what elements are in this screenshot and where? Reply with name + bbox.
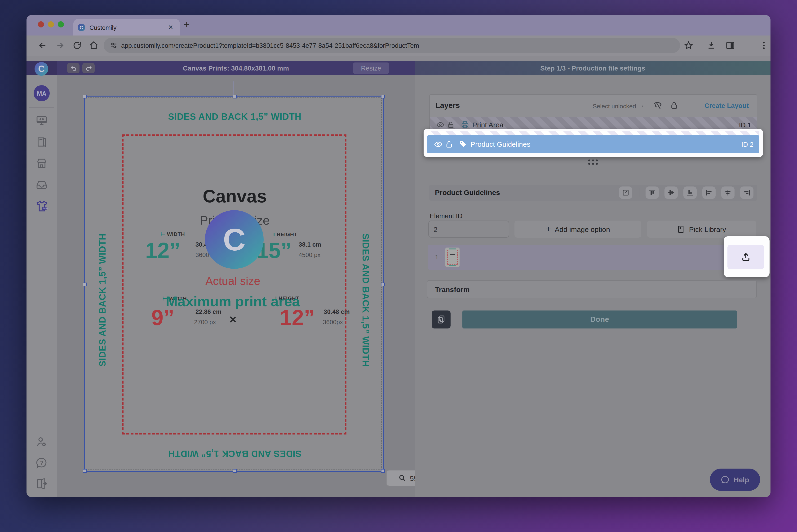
layer-name: Product Guidelines [471, 140, 531, 148]
create-layout-link[interactable]: Create Layout [704, 102, 749, 109]
browser-tab[interactable]: C Customily ✕ [73, 19, 180, 36]
tab-strip: C Customily ✕ + [26, 15, 771, 36]
upload-image-button[interactable] [727, 245, 764, 269]
selection-handle[interactable] [381, 469, 385, 473]
close-window-light[interactable] [38, 21, 44, 27]
help-label: Help [734, 476, 749, 484]
tab-title: Customily [90, 24, 116, 31]
selection-handle[interactable] [83, 283, 87, 286]
zoom-control[interactable]: 55% [386, 470, 415, 486]
minimize-window-light[interactable] [48, 21, 54, 27]
times-glyph: × [229, 312, 236, 327]
address-bar[interactable]: app.customily.com/createProduct1?templat… [103, 38, 680, 53]
printer-icon [461, 121, 469, 129]
align-middle-icon[interactable] [664, 187, 678, 199]
bookmark-star-icon[interactable] [684, 41, 694, 50]
upload-icon [740, 252, 751, 262]
selection-handle[interactable] [233, 469, 236, 473]
eye-icon[interactable] [436, 121, 444, 129]
zoom-window-light[interactable] [58, 21, 64, 27]
print-height-px: 3600px [323, 319, 343, 326]
customily-logo-icon: C [35, 62, 48, 76]
file-height-cm: 38.1 cm [299, 241, 321, 248]
selection-handle[interactable] [381, 95, 385, 98]
page-top-strip [26, 56, 771, 61]
option-index: 1. [435, 253, 440, 261]
help-center-icon[interactable]: ? [36, 457, 48, 469]
pod-products-icon[interactable]: POD [36, 200, 48, 212]
guideline-bottom-label: SIDES AND BACK 1,5” WIDTH [168, 448, 301, 459]
downloads-icon[interactable] [707, 41, 716, 50]
inbox-icon[interactable] [36, 178, 48, 191]
logout-icon[interactable] [36, 478, 48, 490]
design-editor-icon[interactable] [36, 115, 48, 127]
help-button[interactable]: Help [710, 469, 760, 491]
pg-section-header: Product Guidelines [429, 185, 757, 201]
select-unlocked-label: Select unlocked [592, 103, 636, 110]
svg-text:?: ? [40, 460, 44, 466]
fit-screen-icon[interactable] [619, 187, 632, 199]
pick-library-button[interactable]: Pick Library [647, 221, 756, 238]
print-height-cm: 30.48 cm [324, 308, 350, 315]
width-glyph-icon: ⊢ [161, 231, 167, 237]
home-icon[interactable] [89, 41, 98, 50]
layers-drag-handle-icon[interactable] [588, 159, 599, 165]
side-panel-icon[interactable] [725, 41, 735, 50]
unlock-icon[interactable] [447, 121, 455, 129]
duplicate-button[interactable] [432, 310, 451, 328]
actual-size-label: Actual size [205, 274, 260, 288]
store-icon[interactable] [36, 157, 48, 169]
spotlight-layer-row: Product Guidelines ID 2 [423, 129, 763, 157]
eye-icon[interactable] [434, 140, 442, 149]
transform-label: Transform [435, 285, 470, 293]
print-width-px: 2700 px [194, 319, 216, 326]
add-image-option-button[interactable]: + Add image option [514, 221, 641, 238]
image-option-row[interactable]: 1. [428, 245, 757, 270]
align-left-icon[interactable] [702, 187, 716, 199]
artboard[interactable]: SIDES AND BACK 1,5” WIDTH SIDES AND BACK… [84, 96, 384, 472]
account-settings-icon[interactable] [36, 436, 48, 448]
element-id-label: Element ID [430, 212, 463, 220]
layer-id: ID 2 [741, 140, 754, 148]
unlock-icon[interactable] [445, 140, 453, 149]
selection-handle[interactable] [381, 283, 385, 286]
align-right-icon[interactable] [740, 187, 754, 199]
magnifier-icon [398, 474, 406, 482]
site-settings-icon[interactable] [109, 41, 118, 50]
back-icon[interactable] [38, 41, 47, 50]
file-width-label: ⊢ WIDTH [161, 231, 185, 238]
url-text[interactable]: app.customily.com/createProduct1?templat… [121, 42, 419, 49]
templates-icon[interactable] [36, 136, 48, 148]
layer-row-product-guidelines[interactable]: Product Guidelines ID 2 [428, 135, 759, 153]
element-id-input[interactable]: 2 [428, 221, 509, 238]
browser-profile-avatar[interactable] [741, 39, 753, 52]
selection-handle[interactable] [83, 95, 87, 98]
tab-close-icon[interactable]: ✕ [168, 24, 173, 31]
align-center-icon[interactable] [721, 187, 735, 199]
customily-watermark-icon: C [205, 210, 264, 269]
selection-handle[interactable] [83, 469, 87, 473]
align-top-icon[interactable] [646, 187, 659, 199]
tag-icon [459, 140, 467, 148]
resize-button[interactable]: Resize [353, 62, 389, 74]
forward-icon[interactable] [55, 41, 65, 50]
selection-handle[interactable] [233, 95, 236, 98]
browser-window: C Customily ✕ + app.customily.com/create… [26, 15, 771, 497]
toolbar-divider [639, 188, 640, 197]
hide-all-eye-off-icon[interactable] [653, 101, 662, 110]
layer-id: ID 1 [739, 121, 751, 129]
element-id-value: 2 [434, 225, 438, 233]
user-avatar[interactable]: MA [34, 85, 50, 101]
lock-all-icon[interactable] [670, 101, 679, 110]
canvas-workspace[interactable]: SIDES AND BACK 1,5” WIDTH SIDES AND BACK… [57, 75, 415, 497]
done-button[interactable]: Done [462, 310, 737, 328]
option-thumbnail[interactable] [445, 248, 459, 267]
guideline-top-label: SIDES AND BACK 1,5” WIDTH [168, 112, 301, 122]
new-tab-button[interactable]: + [184, 18, 190, 31]
browser-menu-icon[interactable] [759, 41, 768, 50]
reload-icon[interactable] [72, 41, 82, 50]
transform-section[interactable]: Transform [427, 280, 757, 298]
selection-guide-line [233, 81, 234, 96]
align-bottom-icon[interactable] [683, 187, 697, 199]
pg-section-title: Product Guidelines [435, 188, 500, 196]
